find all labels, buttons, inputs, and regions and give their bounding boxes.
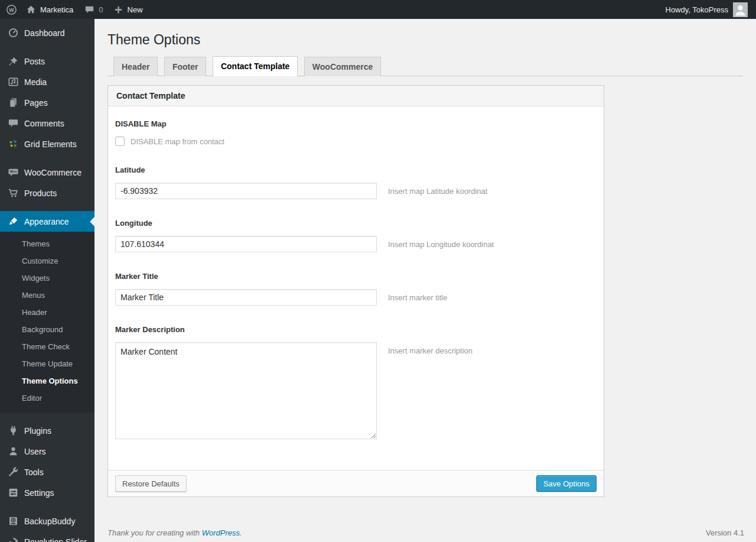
submenu-item-theme-options[interactable]: Theme Options [0, 372, 94, 390]
backup-disk-icon [8, 515, 19, 527]
sidebar-item-plugins[interactable]: Plugins [0, 420, 94, 441]
submenu-item-widgets[interactable]: Widgets [0, 270, 94, 287]
panel-footer: Restore Defaults Save Options [108, 470, 604, 496]
site-name-link[interactable]: Marketica [25, 4, 73, 15]
disable-map-checkbox-label: DISABLE map from contact [131, 137, 224, 146]
tab-footer[interactable]: Footer [164, 57, 207, 76]
grid-elements-icon [8, 138, 19, 150]
field-marker-description: Marker Description Marker Content Insert… [115, 325, 597, 439]
svg-text:W: W [9, 7, 14, 13]
page-footer: Thank you for creating with WordPress. V… [107, 528, 604, 537]
disable-map-checkbox[interactable] [115, 137, 125, 146]
latitude-description: Insert map Latitude koordinat [388, 187, 487, 196]
sidebar-item-tools[interactable]: Tools [0, 462, 94, 482]
sidebar-item-products[interactable]: Products [0, 183, 94, 203]
submenu-item-background[interactable]: Background [0, 321, 94, 338]
sidebar-item-woocommerce[interactable]: Woo WooCommerce [0, 162, 94, 183]
pages-icon [8, 97, 19, 108]
marker-title-label: Marker Title [115, 272, 597, 281]
user-icon [8, 446, 19, 457]
comments-indicator[interactable]: 0 [84, 4, 103, 15]
page-title: Theme Options [107, 31, 743, 48]
restore-defaults-button[interactable]: Restore Defaults [115, 475, 187, 492]
marker-title-description: Insert marker title [388, 293, 447, 302]
plug-icon [8, 425, 19, 436]
longitude-description: Insert map Longitude koordinat [388, 240, 494, 249]
plus-icon [113, 4, 124, 15]
site-name: Marketica [40, 5, 73, 14]
submenu-item-editor[interactable]: Editor [0, 390, 94, 407]
home-icon [25, 4, 37, 15]
sidebar-item-posts[interactable]: Posts [0, 51, 94, 72]
sidebar-item-media[interactable]: Media [0, 72, 94, 92]
woocommerce-icon: Woo [8, 167, 19, 178]
comment-bubble-icon [84, 4, 95, 15]
sliders-icon [8, 487, 19, 498]
svg-text:Woo: Woo [9, 170, 17, 173]
comment-count: 0 [99, 5, 103, 14]
main-content: Theme Options Header Footer Contact Temp… [94, 19, 756, 542]
latitude-label: Latitude [115, 165, 597, 174]
version-text: Version 4.1 [706, 528, 744, 537]
submenu-item-themes[interactable]: Themes [0, 235, 94, 252]
tab-bar: Header Footer Contact Template WooCommer… [107, 56, 743, 76]
sidebar-item-appearance[interactable]: Appearance [0, 211, 94, 232]
field-marker-title: Marker Title Insert marker title [115, 272, 597, 306]
tab-woocommerce[interactable]: WooCommerce [304, 57, 381, 76]
save-options-button[interactable]: Save Options [536, 475, 597, 492]
submenu-item-menus[interactable]: Menus [0, 287, 94, 304]
appearance-submenu: Themes Customize Widgets Menus Header Ba… [0, 232, 94, 413]
panel-title: Contact Template [108, 86, 604, 106]
comments-icon [8, 118, 19, 129]
cart-icon [8, 187, 19, 199]
avatar [733, 2, 748, 17]
sidebar-item-backupbuddy[interactable]: BackupBuddy [0, 511, 94, 531]
field-latitude: Latitude Insert map Latitude koordinat [115, 165, 597, 199]
field-longitude: Longitude Insert map Longitude koordinat [115, 219, 597, 252]
sidebar-item-dashboard[interactable]: Dashboard [0, 19, 94, 43]
new-button[interactable]: New [113, 4, 143, 15]
sidebar-item-grid-elements[interactable]: Grid Elements [0, 134, 94, 154]
admin-bar: W Marketica 0 New Howdy, TokoPress [0, 0, 756, 19]
sidebar-item-comments[interactable]: Comments [0, 113, 94, 134]
marker-title-input[interactable] [115, 289, 377, 306]
contact-template-panel: Contact Template DISABLE Map DISABLE map… [107, 85, 604, 497]
howdy-text: Howdy, TokoPress [666, 5, 728, 14]
new-label: New [128, 5, 143, 14]
marker-description-textarea[interactable]: Marker Content [115, 342, 377, 439]
submenu-item-header[interactable]: Header [0, 304, 94, 321]
sidebar-item-users[interactable]: Users [0, 441, 94, 462]
submenu-item-theme-update[interactable]: Theme Update [0, 355, 94, 372]
wrench-icon [8, 466, 19, 478]
admin-sidebar: Dashboard Posts Media Pages Comments [0, 19, 94, 542]
longitude-label: Longitude [115, 219, 597, 228]
marker-description-label: Marker Description [115, 325, 597, 334]
marker-description-description: Insert marker description [388, 346, 472, 355]
latitude-input[interactable] [115, 183, 377, 199]
submenu-item-customize[interactable]: Customize [0, 252, 94, 270]
media-icon [8, 76, 19, 87]
pushpin-icon [8, 56, 19, 67]
dashboard-icon [8, 27, 19, 38]
circular-arrows-icon [8, 536, 19, 542]
footer-thanks: Thank you for creating with WordPress. [107, 528, 242, 537]
wordpress-menu[interactable]: W [6, 4, 17, 15]
disable-map-label: DISABLE Map [115, 119, 597, 128]
disable-map-checkbox-row: DISABLE map from contact [115, 137, 597, 146]
sidebar-item-revolution-slider[interactable]: Revolution Slider [0, 531, 94, 542]
tab-header[interactable]: Header [113, 57, 158, 76]
submenu-item-theme-check[interactable]: Theme Check [0, 338, 94, 355]
appearance-brush-icon [8, 216, 19, 227]
account-menu[interactable]: Howdy, TokoPress [666, 2, 748, 17]
wordpress-logo-icon: W [6, 4, 17, 15]
panel-body: DISABLE Map DISABLE map from contact Lat… [108, 106, 604, 470]
sidebar-item-settings[interactable]: Settings [0, 482, 94, 503]
wordpress-link[interactable]: WordPress [202, 528, 240, 537]
field-disable-map: DISABLE Map DISABLE map from contact [115, 119, 597, 146]
sidebar-item-pages[interactable]: Pages [0, 92, 94, 113]
longitude-input[interactable] [115, 236, 377, 252]
tab-contact-template[interactable]: Contact Template [213, 56, 298, 76]
